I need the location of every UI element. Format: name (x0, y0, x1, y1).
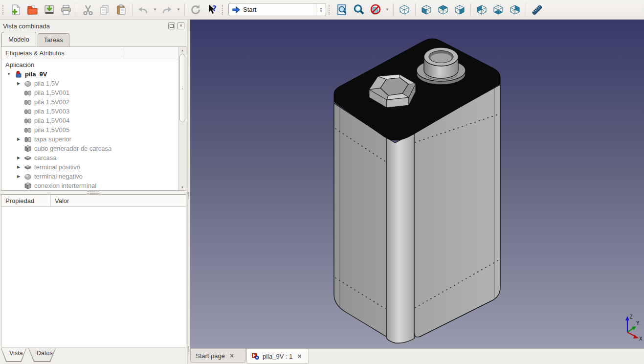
combo-view-panel: Vista combinada × Modelo Tareas Etiqueta… (0, 20, 187, 364)
view-top-button[interactable] (435, 2, 451, 18)
tab-tareas[interactable]: Tareas (38, 33, 69, 46)
view-isometric-icon (399, 4, 410, 16)
tree-item[interactable]: cubo generador de carcasa (1, 144, 178, 153)
tree-item[interactable]: ▶ carcasa (1, 153, 178, 162)
view-rear-button[interactable] (473, 2, 490, 18)
fit-all-icon (336, 4, 348, 16)
draw-style-dropdown-arrow[interactable]: ▼ (384, 2, 391, 18)
draw-style-button[interactable] (367, 2, 384, 18)
tab-modelo[interactable]: Modelo (1, 32, 36, 46)
undo-icon (137, 4, 149, 16)
panel-title: Vista combinada (3, 23, 166, 30)
toolbar-grip[interactable] (329, 5, 332, 15)
mirror-icon (24, 126, 32, 134)
view-front-button[interactable] (418, 2, 435, 18)
workbench-spinner[interactable]: ▲▼ (316, 3, 326, 16)
tab-start-page[interactable]: Start page × (190, 349, 245, 363)
view-bottom-button[interactable] (490, 2, 507, 18)
cut-button[interactable] (80, 2, 96, 18)
tree-item[interactable]: pila 1,5V001 (1, 88, 178, 97)
tree-item[interactable]: pila 1,5V004 (1, 116, 178, 125)
expand-arrow-icon[interactable]: ▼ (6, 72, 11, 76)
tree-rows: Aplicación ▼ pila_9V ▶ pila 1,5V pila 1,… (1, 59, 178, 190)
mirror-icon (24, 136, 32, 143)
toolbar-grip[interactable] (2, 5, 6, 15)
3d-viewport[interactable]: Z Y X (190, 20, 644, 348)
mirror-icon (24, 98, 32, 106)
new-document-icon (10, 4, 22, 16)
open-document-button[interactable] (24, 2, 41, 18)
view-isometric-button[interactable] (396, 2, 413, 18)
battery-model[interactable] (334, 39, 500, 343)
panel-tabs: Modelo Tareas (1, 31, 71, 46)
tree-column-header[interactable]: Etiquetas & Atributos (1, 47, 178, 59)
close-tab-icon[interactable]: × (297, 353, 301, 360)
tree-item[interactable]: ▶ terminal negativo (1, 172, 178, 181)
mirror-icon (24, 108, 32, 115)
tree-item-document[interactable]: ▼ pila_9V (1, 69, 178, 79)
horizontal-splitter[interactable] (1, 191, 186, 194)
scroll-down-arrow[interactable]: ▼ (179, 184, 186, 190)
tree-item[interactable]: ▶ tapa superior (1, 135, 178, 144)
new-document-button[interactable] (8, 2, 24, 18)
printer-icon (60, 4, 72, 16)
tree-item[interactable]: ▶ terminal positivo (1, 162, 178, 172)
undo-button[interactable] (135, 2, 152, 18)
column-propiedad[interactable]: Propiedad (1, 195, 51, 206)
expand-arrow-icon[interactable]: ▶ (16, 81, 21, 86)
scrollbar-thumb[interactable] (179, 54, 185, 122)
print-button[interactable] (58, 2, 74, 18)
tree-item[interactable]: pila 1,5V002 (1, 97, 178, 107)
tab-datos[interactable]: Datos (28, 348, 56, 362)
toolbar-separator (470, 3, 471, 16)
clipboard-icon (115, 4, 127, 16)
save-document-button[interactable] (41, 2, 58, 18)
toolbar-separator (184, 3, 185, 16)
view-left-button[interactable] (507, 2, 523, 18)
tree-item[interactable]: pila 1,5V003 (1, 107, 178, 116)
workbench-selector[interactable]: Start ▲▼ (228, 3, 326, 16)
tab-vista[interactable]: Vista (1, 348, 26, 362)
tree-item[interactable]: conexion interterminal (1, 181, 178, 190)
view-right-button[interactable] (451, 2, 468, 18)
copy-button[interactable] (96, 2, 113, 18)
expand-arrow-icon[interactable]: ▶ (16, 174, 21, 179)
tree-item[interactable]: pila 1,5V005 (1, 125, 178, 135)
undo-dropdown-arrow[interactable]: ▼ (152, 2, 158, 18)
redo-icon (161, 4, 173, 16)
measure-distance-button[interactable] (529, 2, 545, 18)
refresh-button[interactable] (187, 2, 204, 18)
column-valor[interactable]: Valor (51, 195, 186, 206)
scroll-up-arrow[interactable]: ▲ (179, 47, 186, 53)
zoom-to-selection-button[interactable] (351, 2, 367, 18)
fit-all-button[interactable] (334, 2, 351, 18)
expand-arrow-icon[interactable]: ▶ (16, 137, 21, 141)
tree-scrollbar[interactable]: ▲ ▼ (178, 47, 186, 190)
expand-arrow-icon[interactable]: ▶ (16, 165, 21, 169)
tab-pila-9v-document[interactable]: F pila_9V : 1 × (246, 349, 309, 364)
whats-this-button[interactable]: ? (204, 2, 221, 18)
paste-button[interactable] (113, 2, 130, 18)
save-icon (44, 4, 55, 16)
toolbar-separator (132, 3, 133, 16)
redo-button[interactable] (158, 2, 175, 18)
axis-indicator: Z Y X (625, 314, 643, 342)
property-view-tabs: Vista Datos (1, 348, 187, 363)
view-front-icon (421, 4, 432, 16)
toolbar-grip[interactable] (222, 5, 225, 15)
column-divider[interactable] (122, 48, 122, 58)
tree-item[interactable]: ▶ pila 1,5V (1, 79, 178, 88)
redo-dropdown-arrow[interactable]: ▼ (175, 2, 182, 18)
zoom-arrow-icon (353, 4, 365, 16)
panel-title-bar[interactable]: Vista combinada × (0, 20, 187, 32)
main-toolbar: ▼ ▼ ? Start ▲▼ ▼ (0, 0, 644, 20)
float-panel-button[interactable] (168, 23, 175, 29)
close-tab-icon[interactable]: × (230, 352, 234, 359)
tree-root-application[interactable]: Aplicación (1, 60, 178, 69)
close-panel-button[interactable]: × (178, 23, 184, 29)
open-folder-icon (27, 4, 39, 16)
svg-text:?: ? (212, 4, 217, 13)
expand-arrow-icon[interactable]: ▶ (16, 156, 21, 160)
whats-this-icon: ? (206, 4, 218, 16)
refresh-icon (190, 4, 201, 16)
